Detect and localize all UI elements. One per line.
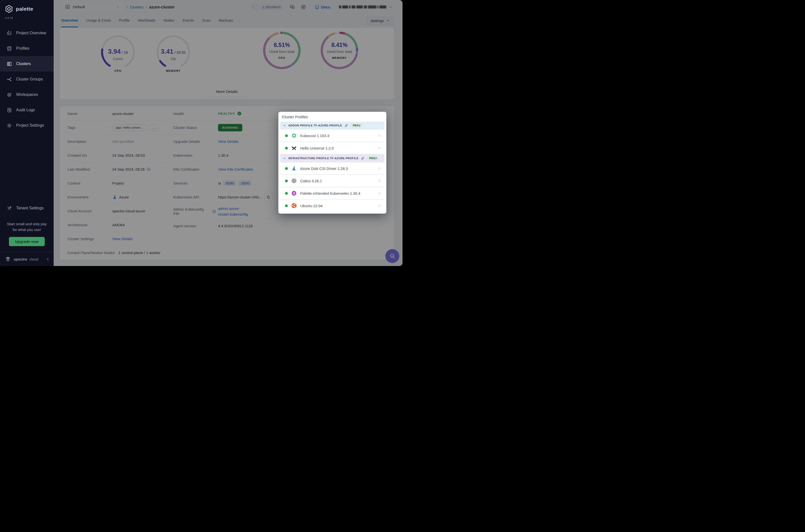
kubecost-logo bbox=[291, 133, 297, 138]
app-version: 4.4.19 bbox=[0, 14, 54, 19]
audit-icon bbox=[7, 108, 12, 113]
profile-group-title: INFRASTRUCTURE PROFILE TF-AZURE-PROFILE bbox=[288, 157, 359, 160]
chevron-right-icon bbox=[378, 146, 381, 150]
promo-line1: Start small and only pay bbox=[7, 222, 47, 226]
scope-badge: PROJ bbox=[350, 123, 363, 128]
pack-status-dot bbox=[285, 192, 288, 195]
chevron-right-icon bbox=[378, 134, 381, 138]
pack-name: Ubuntu 22.04 bbox=[300, 204, 323, 208]
profile-group-header[interactable]: INFRASTRUCTURE PROFILE TF-AZURE-PROFILEP… bbox=[280, 154, 384, 162]
pack-status-dot bbox=[285, 167, 288, 170]
chevron-right-icon bbox=[378, 204, 381, 208]
sidebar-item-tenant-settings[interactable]: Tenant Settings bbox=[0, 201, 54, 216]
chevron-down-icon bbox=[283, 124, 286, 127]
sidebar-footer: spectro cloud bbox=[0, 252, 54, 266]
gear-icon bbox=[7, 123, 12, 128]
link-icon bbox=[361, 156, 365, 160]
sidebar-tenant-slot: Tenant Settings bbox=[0, 201, 54, 216]
pxk-logo bbox=[291, 190, 297, 196]
clusters-icon bbox=[7, 61, 12, 66]
sidebar-item-workspaces[interactable]: Workspaces bbox=[0, 87, 54, 102]
sidebar-item-audit-logs[interactable]: Audit Logs bbox=[0, 102, 54, 118]
sidebar-item-cluster-groups[interactable]: Cluster Groups bbox=[0, 72, 54, 87]
profile-group-header[interactable]: ADDON PROFILE TF-AZURE-PROFILEPROJ bbox=[280, 122, 384, 129]
chart-icon bbox=[7, 31, 12, 36]
app-title: palette bbox=[16, 6, 33, 12]
sidebar-menu: Project OverviewProfilesClustersCluster … bbox=[0, 25, 54, 133]
pack-status-dot bbox=[285, 204, 288, 207]
pack-name: Palette eXtended Kubernetes 1.30.4 bbox=[300, 191, 360, 195]
ubuntu-logo bbox=[291, 203, 297, 209]
profile-pack-row[interactable]: Kubecost 1.103.3 bbox=[280, 130, 384, 141]
pack-status-dot bbox=[285, 147, 288, 150]
profile-pack-row[interactable]: Hello Universe 1.2.0 bbox=[280, 142, 384, 154]
sidebar-item-label: Audit Logs bbox=[16, 108, 35, 112]
sidebar-collapse-icon[interactable] bbox=[46, 257, 50, 261]
brand-spectro: spectro bbox=[14, 257, 27, 261]
upgrade-now-button[interactable]: Upgrade now bbox=[9, 237, 44, 246]
sidebar: palette 4.4.19 Project OverviewProfilesC… bbox=[0, 0, 54, 266]
chevron-right-icon bbox=[378, 166, 381, 170]
azure-logo bbox=[291, 166, 297, 171]
layers-icon bbox=[7, 46, 12, 51]
profile-pack-row[interactable]: Azure Disk CSI Driver 1.28.3 bbox=[280, 163, 384, 174]
profile-group-title: ADDON PROFILE TF-AZURE-PROFILE bbox=[288, 124, 342, 127]
tools-icon bbox=[7, 206, 12, 211]
sidebar-item-label: Project Settings bbox=[16, 123, 44, 128]
groups-icon bbox=[7, 77, 12, 82]
pack-name: Azure Disk CSI Driver 1.28.3 bbox=[300, 166, 348, 171]
chevron-right-icon bbox=[378, 179, 381, 183]
sidebar-item-label: Clusters bbox=[16, 62, 31, 66]
hello-universe-logo bbox=[291, 145, 297, 151]
sidebar-item-project-settings[interactable]: Project Settings bbox=[0, 118, 54, 133]
palette-logo-icon bbox=[4, 4, 14, 14]
brand-cloud: cloud bbox=[29, 257, 38, 261]
sidebar-item-project-overview[interactable]: Project Overview bbox=[0, 25, 54, 41]
upgrade-promo: Start small and only pay for what you us… bbox=[0, 216, 54, 232]
sidebar-item-label: Cluster Groups bbox=[16, 77, 43, 81]
profile-pack-row[interactable]: Calico 3.26.1 bbox=[280, 175, 384, 187]
palette-logo: palette bbox=[0, 0, 54, 14]
workspaces-icon bbox=[7, 92, 12, 97]
scope-badge: PROJ bbox=[367, 156, 379, 160]
profile-pack-row[interactable]: Ubuntu 22.04 bbox=[280, 200, 384, 212]
promo-line2: for what you use! bbox=[13, 228, 41, 232]
sidebar-item-label: Profiles bbox=[16, 46, 29, 51]
profile-pack-row[interactable]: Palette eXtended Kubernetes 1.30.4 bbox=[280, 187, 384, 199]
sidebar-item-label: Workspaces bbox=[16, 92, 38, 97]
sidebar-item-profiles[interactable]: Profiles bbox=[0, 41, 54, 56]
cluster-profiles-title: Cluster Profiles bbox=[280, 114, 384, 122]
pack-name: Hello Universe 1.2.0 bbox=[300, 146, 334, 150]
app-window: palette 4.4.19 Project OverviewProfilesC… bbox=[0, 0, 402, 266]
pack-name: Calico 3.26.1 bbox=[300, 179, 322, 183]
pack-status-dot bbox=[285, 134, 288, 137]
sidebar-item-clusters[interactable]: Clusters bbox=[0, 56, 54, 72]
sidebar-spacer bbox=[0, 133, 54, 201]
chevron-right-icon bbox=[378, 191, 381, 195]
cluster-profiles-panel: Cluster Profiles ADDON PROFILE TF-AZURE-… bbox=[279, 112, 386, 214]
spectro-cloud-logo-icon bbox=[4, 256, 12, 263]
link-icon bbox=[344, 124, 348, 128]
chevron-down-icon bbox=[283, 157, 286, 160]
sidebar-item-label: Tenant Settings bbox=[16, 206, 43, 210]
pack-name: Kubecost 1.103.3 bbox=[300, 134, 329, 138]
sidebar-item-label: Project Overview bbox=[16, 31, 46, 35]
calico-logo bbox=[291, 178, 297, 184]
cluster-profiles-list: ADDON PROFILE TF-AZURE-PROFILEPROJKubeco… bbox=[280, 122, 384, 212]
pack-status-dot bbox=[285, 179, 288, 182]
